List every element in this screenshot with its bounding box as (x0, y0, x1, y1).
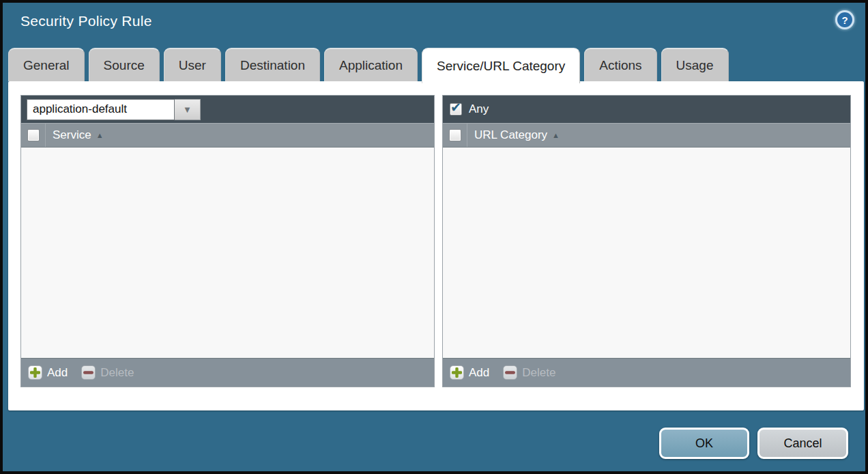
help-icon[interactable]: ? (835, 10, 854, 29)
url-category-select-all-cell (443, 124, 467, 147)
url-category-table-body[interactable] (443, 148, 850, 358)
help-question-glyph: ? (841, 14, 848, 26)
service-panel: application-default ▼ Service ▲ (20, 95, 435, 387)
cancel-button[interactable]: Cancel (757, 428, 848, 459)
sort-asc-icon[interactable]: ▲ (96, 131, 104, 139)
url-category-panel-footer: Add Delete (443, 358, 850, 387)
url-category-panel: ✔ Any URL Category ▲ (442, 95, 851, 387)
service-column-label: Service (53, 128, 91, 142)
add-button-label: Add (47, 366, 68, 380)
minus-icon (81, 365, 96, 380)
checkmark-icon: ✔ (450, 101, 461, 115)
tab-actions[interactable]: Actions (584, 48, 656, 81)
any-label: Any (469, 102, 489, 116)
url-category-add-button[interactable]: Add (450, 365, 489, 380)
service-select-all-cell (21, 124, 46, 147)
tab-user[interactable]: User (164, 48, 221, 81)
add-button-label: Add (469, 366, 489, 380)
plus-icon (450, 365, 464, 380)
service-type-dropdown[interactable]: application-default ▼ (27, 99, 201, 120)
delete-button-label: Delete (522, 366, 555, 380)
service-delete-button[interactable]: Delete (81, 365, 134, 380)
chevron-down-icon: ▼ (183, 104, 192, 115)
ok-button[interactable]: OK (659, 428, 749, 459)
url-category-column-label: URL Category (474, 128, 547, 142)
security-policy-rule-dialog: Security Policy Rule ? General Source Us… (0, 0, 868, 474)
any-row: ✔ Any (448, 102, 489, 116)
tab-source[interactable]: Source (89, 48, 160, 81)
service-type-dropdown-button[interactable]: ▼ (175, 99, 201, 120)
delete-button-label: Delete (100, 366, 134, 380)
service-add-button[interactable]: Add (28, 365, 68, 380)
url-category-table-header: URL Category ▲ (443, 123, 850, 148)
service-table-header: Service ▲ (21, 123, 434, 148)
tab-general[interactable]: General (8, 48, 85, 81)
url-category-delete-button[interactable]: Delete (503, 365, 555, 380)
sort-asc-icon[interactable]: ▲ (552, 131, 560, 139)
minus-icon (503, 365, 517, 380)
tab-bar: General Source User Destination Applicat… (8, 48, 729, 83)
any-checkbox[interactable]: ✔ (450, 103, 462, 115)
service-panel-footer: Add Delete (21, 358, 434, 387)
tab-service-url-category[interactable]: Service/URL Category (422, 48, 580, 83)
tab-application[interactable]: Application (324, 48, 418, 81)
tab-content-sheet: application-default ▼ Service ▲ (8, 81, 864, 410)
dialog-title: Security Policy Rule (20, 13, 152, 29)
tab-destination[interactable]: Destination (225, 48, 320, 81)
url-category-select-all-checkbox[interactable] (449, 129, 461, 141)
service-type-value[interactable]: application-default (27, 99, 175, 120)
plus-icon (28, 365, 42, 380)
url-category-panel-topbar: ✔ Any (443, 96, 850, 123)
service-table-body[interactable] (21, 148, 434, 358)
service-panel-topbar: application-default ▼ (21, 96, 434, 123)
service-select-all-checkbox[interactable] (27, 129, 40, 141)
tab-usage[interactable]: Usage (661, 48, 729, 81)
